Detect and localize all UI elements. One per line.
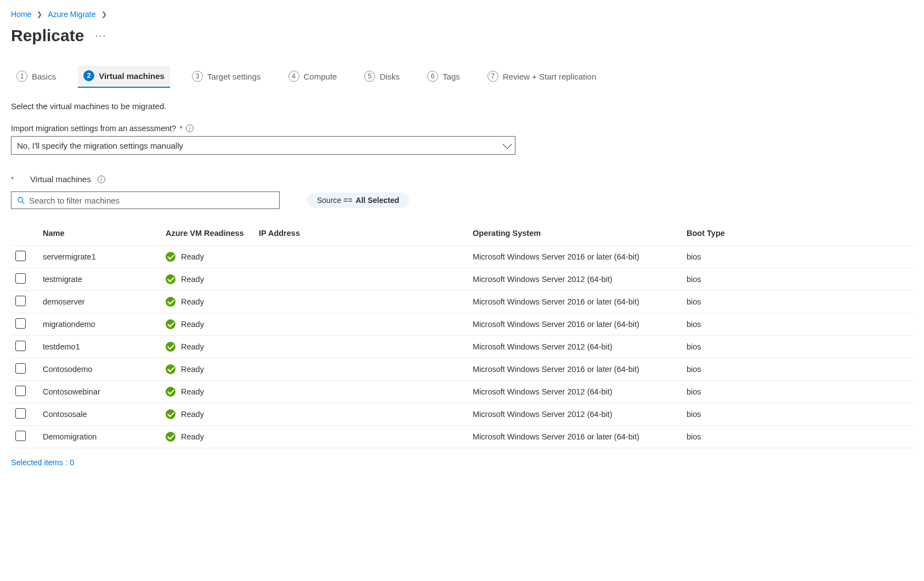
import-settings-select[interactable]: No, I'll specify the migration settings … [11, 136, 515, 155]
tab-label: Review + Start replication [503, 72, 597, 81]
cell-ip [254, 313, 468, 336]
breadcrumb-home[interactable]: Home [11, 10, 31, 19]
more-actions-button[interactable]: ··· [95, 31, 106, 41]
cell-os: Microsoft Windows Server 2016 or later (… [468, 426, 682, 448]
cell-name: Demomigration [35, 426, 161, 448]
row-checkbox[interactable] [15, 318, 26, 329]
tab-label: Target settings [207, 72, 261, 81]
tab-label: Basics [32, 72, 56, 81]
ready-icon [166, 432, 175, 442]
row-checkbox[interactable] [15, 273, 26, 284]
tab-disks[interactable]: 5 Disks [359, 66, 405, 87]
cell-ip [254, 268, 468, 291]
section-title: Virtual machines [30, 174, 91, 184]
tab-virtual-machines[interactable]: 2 Virtual machines [78, 66, 170, 88]
cell-ip [254, 246, 468, 268]
cell-ip [254, 403, 468, 426]
cell-os: Microsoft Windows Server 2012 (64-bit) [468, 268, 682, 291]
cell-name: Contososale [35, 403, 161, 426]
cell-boot: bios [682, 358, 913, 381]
cell-name: servermigrate1 [35, 246, 161, 268]
ready-icon [166, 342, 175, 352]
table-row: ContosowebinarReadyMicrosoft Windows Ser… [11, 381, 913, 403]
cell-os: Microsoft Windows Server 2016 or later (… [468, 246, 682, 268]
info-icon[interactable]: i [98, 176, 105, 183]
table-row: testmigrateReadyMicrosoft Windows Server… [11, 268, 913, 291]
tab-label: Compute [304, 72, 337, 81]
tab-target-settings[interactable]: 3 Target settings [186, 66, 267, 87]
cell-ip [254, 358, 468, 381]
cell-readiness: Ready [181, 275, 204, 284]
col-ip[interactable]: IP Address [254, 223, 468, 246]
row-checkbox[interactable] [15, 363, 26, 374]
row-checkbox[interactable] [15, 251, 26, 261]
tab-tags[interactable]: 6 Tags [422, 66, 466, 87]
cell-readiness: Ready [181, 320, 204, 329]
search-input[interactable] [29, 196, 274, 205]
row-checkbox[interactable] [15, 386, 26, 396]
tab-compute[interactable]: 4 Compute [283, 66, 343, 87]
info-icon[interactable]: i [186, 125, 194, 132]
cell-readiness: Ready [181, 365, 204, 374]
ready-icon [166, 274, 175, 284]
tab-label: Tags [443, 72, 460, 81]
filter-value: All Selected [356, 196, 399, 205]
search-icon [17, 196, 25, 204]
table-row: migrationdemoReadyMicrosoft Windows Serv… [11, 313, 913, 336]
required-indicator: * [179, 124, 183, 133]
col-name[interactable]: Name [35, 223, 161, 246]
cell-name: testmigrate [35, 268, 161, 291]
col-os[interactable]: Operating System [468, 223, 682, 246]
search-input-wrapper[interactable] [11, 191, 280, 209]
cell-os: Microsoft Windows Server 2012 (64-bit) [468, 381, 682, 403]
cell-ip [254, 336, 468, 358]
svg-line-1 [22, 202, 25, 204]
chevron-right-icon: ❯ [37, 10, 42, 18]
cell-name: demoserver [35, 291, 161, 313]
tab-review-start[interactable]: 7 Review + Start replication [482, 66, 602, 87]
cell-os: Microsoft Windows Server 2016 or later (… [468, 291, 682, 313]
col-readiness[interactable]: Azure VM Readiness [161, 223, 254, 246]
cell-os: Microsoft Windows Server 2016 or later (… [468, 313, 682, 336]
col-boot[interactable]: Boot Type [682, 223, 913, 246]
cell-readiness: Ready [181, 410, 204, 419]
ready-icon [166, 252, 175, 262]
cell-name: Contosowebinar [35, 381, 161, 403]
row-checkbox[interactable] [15, 408, 26, 419]
table-row: ContosodemoReadyMicrosoft Windows Server… [11, 358, 913, 381]
vm-table: Name Azure VM Readiness IP Address Opera… [11, 223, 913, 448]
cell-name: testdemo1 [35, 336, 161, 358]
breadcrumb-azure-migrate[interactable]: Azure Migrate [48, 10, 95, 19]
cell-readiness: Ready [181, 252, 204, 261]
selected-count: Selected items : 0 [11, 458, 913, 467]
row-checkbox[interactable] [15, 341, 26, 351]
tab-basics[interactable]: 1 Basics [11, 66, 61, 87]
cell-ip [254, 381, 468, 403]
svg-point-0 [18, 198, 23, 202]
cell-boot: bios [682, 291, 913, 313]
table-row: testdemo1ReadyMicrosoft Windows Server 2… [11, 336, 913, 358]
cell-boot: bios [682, 426, 913, 448]
page-title: Replicate [11, 26, 84, 45]
table-row: DemomigrationReadyMicrosoft Windows Serv… [11, 426, 913, 448]
cell-readiness: Ready [181, 387, 204, 396]
ready-icon [166, 387, 175, 397]
cell-readiness: Ready [181, 432, 204, 441]
row-checkbox[interactable] [15, 296, 26, 306]
step-number: 6 [427, 71, 438, 82]
import-settings-label: Import migration settings from an assess… [11, 124, 913, 133]
step-number: 5 [364, 71, 375, 82]
chevron-down-icon [503, 139, 512, 149]
filter-pill-source[interactable]: Source == All Selected [307, 193, 409, 208]
row-checkbox[interactable] [15, 431, 26, 441]
cell-boot: bios [682, 313, 913, 336]
ready-icon [166, 297, 175, 307]
step-number: 3 [192, 71, 203, 82]
instruction-text: Select the virtual machines to be migrat… [11, 101, 913, 111]
table-row: servermigrate1ReadyMicrosoft Windows Ser… [11, 246, 913, 268]
table-row: ContososaleReadyMicrosoft Windows Server… [11, 403, 913, 426]
step-number: 4 [288, 71, 299, 82]
chevron-right-icon: ❯ [101, 10, 107, 18]
cell-boot: bios [682, 246, 913, 268]
ready-icon [166, 364, 175, 374]
